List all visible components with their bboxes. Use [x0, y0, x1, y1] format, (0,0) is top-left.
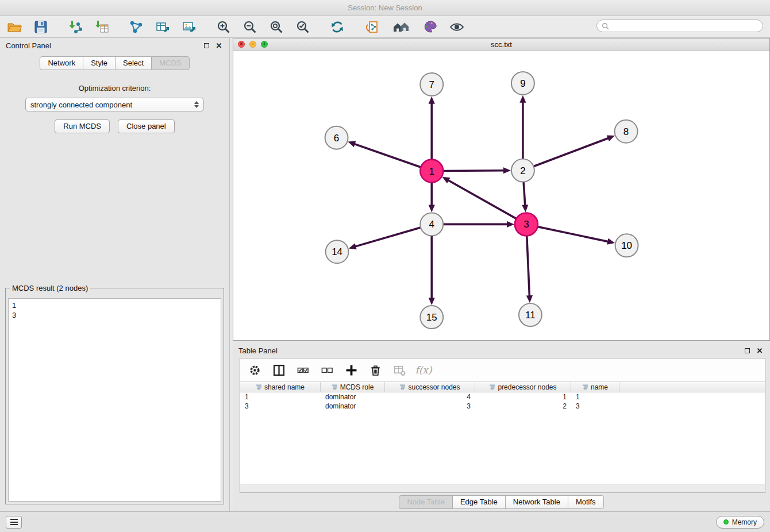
graph-edge-4-14[interactable] — [354, 228, 420, 246]
graph-edge-3-10[interactable] — [538, 227, 609, 242]
graph-edge-3-11[interactable] — [527, 236, 530, 297]
settings-gear-icon[interactable] — [248, 364, 261, 376]
zoom-out-button[interactable] — [241, 18, 259, 36]
close-panel-button[interactable]: Close panel — [118, 119, 175, 133]
graph-edge-arrowhead — [349, 243, 357, 249]
zoom-in-button[interactable] — [215, 18, 232, 36]
add-column-icon[interactable] — [345, 364, 357, 376]
table-horizontal-scrollbar[interactable] — [240, 484, 765, 492]
search-box[interactable] — [596, 20, 763, 32]
document-network-button[interactable] — [363, 18, 380, 36]
column-header-label: successor nodes — [408, 383, 460, 391]
column-header-name[interactable]: name — [571, 382, 619, 392]
zoom-fit-button[interactable] — [268, 18, 285, 36]
save-session-button[interactable] — [32, 18, 49, 36]
table-cell[interactable]: 4 — [385, 393, 475, 401]
graph-node-10[interactable]: 10 — [615, 234, 638, 257]
export-image-button[interactable] — [180, 18, 198, 36]
import-table-button[interactable] — [93, 18, 110, 36]
column-header-MCDS-role[interactable]: MCDS role — [321, 382, 385, 392]
table-cell[interactable]: 3 — [240, 402, 321, 410]
open-file-button[interactable] — [6, 18, 23, 36]
select-all-icon[interactable] — [297, 364, 309, 376]
tab-mcds[interactable]: MCDS — [151, 56, 189, 70]
graph-node-2[interactable]: 2 — [511, 159, 534, 182]
table-cell[interactable]: 1 — [240, 393, 321, 401]
network-graph[interactable]: 7968124314101511 — [233, 51, 769, 340]
graph-edge-3-1[interactable] — [447, 180, 515, 218]
close-table-panel-icon[interactable]: ✕ — [755, 346, 764, 355]
graph-edge-1-2[interactable] — [444, 171, 505, 171]
refresh-view-button[interactable] — [329, 18, 346, 36]
control-panel-tabs: NetworkStyleSelectMCDS — [0, 56, 229, 70]
table-row-1[interactable]: 3dominator323 — [240, 402, 765, 411]
close-panel-icon[interactable]: ✕ — [214, 41, 224, 50]
graph-node-11[interactable]: 11 — [519, 303, 542, 326]
table-cell[interactable]: 3 — [385, 402, 475, 410]
graph-node-8[interactable]: 8 — [615, 120, 638, 143]
table-cell[interactable]: 1 — [475, 393, 571, 401]
graph-node-7[interactable]: 7 — [420, 73, 443, 96]
delete-column-icon[interactable] — [369, 364, 382, 376]
graph-edge-2-8[interactable] — [534, 138, 609, 167]
column-header-successor-nodes[interactable]: successor nodes — [385, 382, 475, 392]
column-type-icon — [399, 384, 406, 390]
task-history-button[interactable] — [6, 516, 22, 529]
tab-style[interactable]: Style — [83, 56, 116, 70]
table-cell[interactable]: dominator — [321, 393, 385, 401]
tab-select[interactable]: Select — [115, 56, 152, 70]
network-canvas[interactable]: 7968124314101511 — [233, 51, 769, 340]
graph-node-3[interactable]: 3 — [515, 213, 538, 236]
graph-edge-arrowhead — [429, 205, 435, 212]
svg-text:15: 15 — [426, 312, 437, 323]
zoom-selected-button[interactable] — [294, 18, 311, 36]
tab-node-table[interactable]: Node Table — [399, 495, 453, 509]
float-panel-icon[interactable] — [202, 41, 211, 50]
graph-node-14[interactable]: 14 — [326, 240, 349, 263]
graph-node-15[interactable]: 15 — [420, 306, 443, 329]
graph-node-9[interactable]: 9 — [511, 72, 534, 95]
table-cell[interactable]: 3 — [571, 402, 619, 410]
graph-edge-arrowhead — [526, 295, 533, 303]
memory-label: Memory — [732, 518, 757, 526]
home-button[interactable] — [390, 18, 413, 36]
graph-node-1[interactable]: 1 — [420, 160, 443, 183]
close-window-icon[interactable]: × — [238, 41, 245, 48]
import-network-button[interactable] — [67, 18, 84, 36]
tab-network-table[interactable]: Network Table — [505, 495, 568, 509]
table-cell[interactable]: 2 — [475, 402, 571, 410]
graph-node-6[interactable]: 6 — [325, 126, 348, 149]
float-table-panel-icon[interactable] — [742, 346, 752, 355]
network-window-titlebar[interactable]: ×−+ scc.txt — [233, 38, 769, 51]
criterion-value: strongly connected component — [30, 101, 194, 109]
table-cell[interactable]: dominator — [321, 402, 385, 410]
minimize-window-icon[interactable]: − — [249, 41, 256, 48]
graph-edge-2-3[interactable] — [523, 183, 525, 207]
criterion-dropdown[interactable]: strongly connected component — [25, 98, 204, 111]
table-header-row: shared nameMCDS rolesuccessor nodesprede… — [240, 381, 765, 392]
deselect-all-icon[interactable] — [321, 364, 333, 376]
mcds-result-line: 1 — [12, 300, 217, 310]
table-body[interactable]: 1dominator4113dominator323 — [240, 392, 765, 484]
run-mcds-button[interactable]: Run MCDS — [55, 119, 110, 133]
graph-edge-1-6[interactable] — [353, 144, 421, 167]
export-table-button[interactable] — [154, 18, 171, 36]
search-input[interactable] — [612, 22, 758, 30]
memory-button[interactable]: Memory — [716, 516, 764, 529]
split-panel-icon[interactable] — [272, 364, 285, 376]
graph-node-4[interactable]: 4 — [420, 213, 443, 236]
table-row-0[interactable]: 1dominator411 — [240, 392, 765, 402]
column-header-shared-name[interactable]: shared name — [240, 382, 321, 392]
tab-motifs[interactable]: Motifs — [568, 495, 604, 509]
table-toolbar: f(x) — [240, 358, 765, 381]
zoom-window-icon[interactable]: + — [261, 41, 268, 48]
mcds-result-list[interactable]: 13 — [8, 298, 221, 502]
network-share-button[interactable] — [128, 18, 145, 36]
tab-network[interactable]: Network — [40, 56, 83, 70]
show-hide-button[interactable] — [448, 18, 465, 36]
import-table-icon — [94, 20, 109, 34]
table-cell[interactable]: 1 — [571, 393, 619, 401]
style-palette-button[interactable] — [422, 18, 439, 36]
column-header-predecessor-nodes[interactable]: predecessor nodes — [475, 382, 571, 392]
tab-edge-table[interactable]: Edge Table — [452, 495, 506, 509]
